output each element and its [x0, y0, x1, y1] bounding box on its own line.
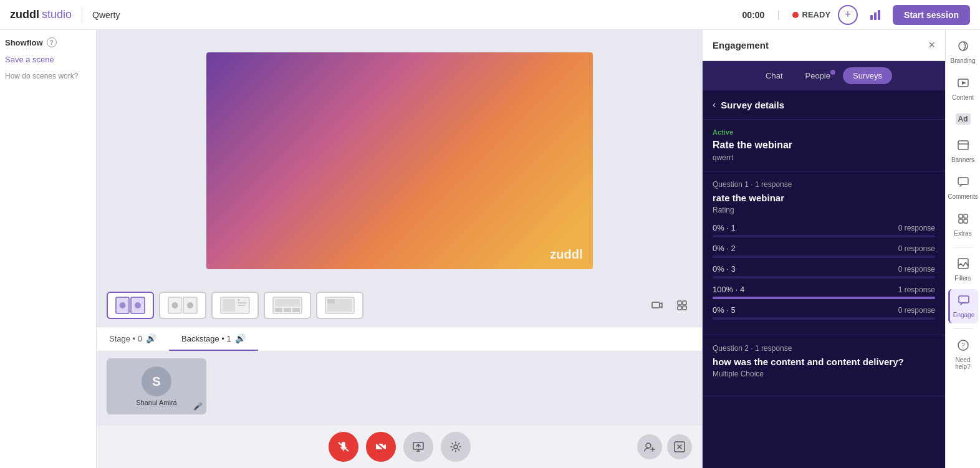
- survey-id: qwerrt: [713, 153, 935, 162]
- exit-button[interactable]: [667, 434, 692, 459]
- survey-back-button[interactable]: ‹: [713, 99, 716, 110]
- question-1-type: Rating: [713, 206, 935, 214]
- tab-chat[interactable]: Chat: [756, 67, 792, 84]
- svg-point-44: [959, 42, 968, 50]
- sidebar-item-banners[interactable]: Banners: [948, 134, 978, 168]
- question-1-meta: Question 1 · 1 response: [713, 180, 935, 189]
- svg-rect-23: [327, 299, 335, 303]
- banners-label: Banners: [951, 156, 974, 163]
- layout-button-5[interactable]: [316, 292, 363, 319]
- layout-button-1[interactable]: [107, 292, 154, 319]
- tab-people[interactable]: People: [795, 67, 840, 84]
- sidebar-item-ad[interactable]: Ad: [948, 108, 978, 131]
- stage-tabs: Stage • 0 🔊 Backstage • 1 🔊: [97, 327, 702, 351]
- extras-icon: [957, 213, 969, 228]
- layout-button-3[interactable]: [211, 292, 259, 319]
- svg-marker-46: [962, 81, 966, 85]
- svg-rect-20: [292, 308, 300, 312]
- sidebar-item-content[interactable]: Content: [948, 72, 978, 106]
- stage-label: Stage • 0: [109, 334, 142, 343]
- svg-rect-49: [958, 178, 968, 184]
- tab-surveys[interactable]: Surveys: [843, 67, 892, 84]
- svg-text:?: ?: [961, 342, 965, 349]
- backstage-label: Backstage • 1: [181, 334, 231, 343]
- svg-point-10: [187, 302, 193, 308]
- svg-point-6: [135, 302, 141, 308]
- svg-point-4: [120, 302, 126, 308]
- svg-rect-51: [964, 214, 968, 218]
- mic-button[interactable]: [329, 432, 358, 462]
- sidebar-item-extras[interactable]: Extras: [948, 208, 978, 242]
- layout-button-4[interactable]: [264, 292, 311, 319]
- fillers-label: Fillers: [954, 275, 971, 282]
- tab-surveys-label: Surveys: [853, 71, 882, 80]
- add-button[interactable]: +: [838, 5, 858, 25]
- svg-rect-52: [959, 219, 963, 223]
- preview-canvas: zuddl: [206, 52, 593, 269]
- layout-extra-2[interactable]: [672, 295, 692, 315]
- backstage-audio-icon: 🔊: [235, 333, 246, 343]
- showflow-help-icon[interactable]: ?: [47, 37, 57, 47]
- sidebar-item-fillers[interactable]: Fillers: [948, 252, 978, 287]
- sidebar-item-engage[interactable]: Engage: [948, 289, 978, 323]
- svg-rect-26: [683, 301, 686, 305]
- svg-rect-2: [878, 10, 880, 20]
- header: zuddl studio Qwerty 00:00 | READY + Star…: [0, 0, 980, 30]
- engagement-close-button[interactable]: ×: [928, 39, 935, 52]
- engage-label: Engage: [953, 312, 974, 318]
- sidebar-item-help[interactable]: ? Need help?: [948, 334, 978, 375]
- right-icon-sidebar: Branding Content Ad Banners: [945, 30, 980, 468]
- svg-rect-31: [376, 444, 383, 449]
- sidebar-item-branding[interactable]: Branding: [948, 35, 978, 69]
- main-layout: Showflow ? Save a scene How do scenes wo…: [0, 30, 980, 468]
- svg-rect-13: [238, 299, 240, 301]
- header-separator: |: [777, 9, 779, 21]
- layout-button-2[interactable]: [159, 292, 206, 319]
- sidebar-divider: [953, 247, 973, 247]
- help-icon: ?: [957, 339, 969, 355]
- survey-details: ‹ Survey details Active Rate the webinar…: [703, 90, 945, 468]
- svg-rect-17: [275, 299, 300, 307]
- participant-name: Shanul Amira: [136, 399, 176, 406]
- svg-rect-27: [678, 306, 681, 310]
- svg-rect-50: [959, 214, 963, 218]
- rating-2: 0% · 2 0 response: [713, 244, 935, 258]
- backstage-tab[interactable]: Backstage • 1 🔊: [169, 327, 258, 351]
- comments-label: Comments: [948, 193, 978, 200]
- sidebar-item-comments[interactable]: Comments: [948, 171, 978, 205]
- question-2-meta: Question 2 · 1 response: [713, 344, 935, 353]
- bottom-controls: [97, 426, 702, 468]
- start-session-button[interactable]: Start session: [893, 5, 970, 25]
- question-block-1: Question 1 · 1 response rate the webinar…: [703, 171, 945, 335]
- showflow-header: Showflow ?: [5, 37, 91, 47]
- svg-rect-18: [275, 308, 282, 312]
- layout-extras: [647, 295, 692, 315]
- svg-rect-14: [238, 302, 247, 303]
- save-scene-button[interactable]: Save a scene: [5, 55, 91, 64]
- svg-rect-55: [959, 296, 969, 303]
- analytics-icon[interactable]: [865, 5, 885, 25]
- settings-button[interactable]: [441, 432, 471, 462]
- bottom-right-controls: [637, 434, 692, 459]
- question-2-text: how was the content and content delivery…: [713, 356, 935, 367]
- engage-icon: [958, 294, 970, 310]
- content-icon: [957, 77, 969, 92]
- survey-back-title: Survey details: [721, 100, 784, 110]
- tab-chat-label: Chat: [766, 71, 782, 80]
- engagement-title: Engagement: [713, 40, 769, 50]
- video-button[interactable]: [366, 432, 396, 462]
- stage-tab[interactable]: Stage • 0 🔊: [97, 327, 169, 351]
- engagement-tabs: Chat People Surveys: [703, 61, 945, 90]
- branding-label: Branding: [950, 57, 975, 64]
- survey-name: Rate the webinar: [713, 140, 935, 151]
- svg-rect-12: [223, 299, 235, 312]
- timer: 00:00: [742, 10, 765, 20]
- add-participant-button[interactable]: [637, 434, 662, 459]
- showflow-sidebar: Showflow ? Save a scene How do scenes wo…: [0, 30, 97, 468]
- screen-share-button[interactable]: [403, 432, 433, 462]
- svg-rect-53: [964, 219, 968, 223]
- engagement-tabs-wrapper: Chat People Surveys: [703, 61, 945, 90]
- svg-point-8: [172, 302, 178, 308]
- rating-5: 0% · 5 0 response: [713, 305, 935, 320]
- layout-extra-1[interactable]: [647, 295, 667, 315]
